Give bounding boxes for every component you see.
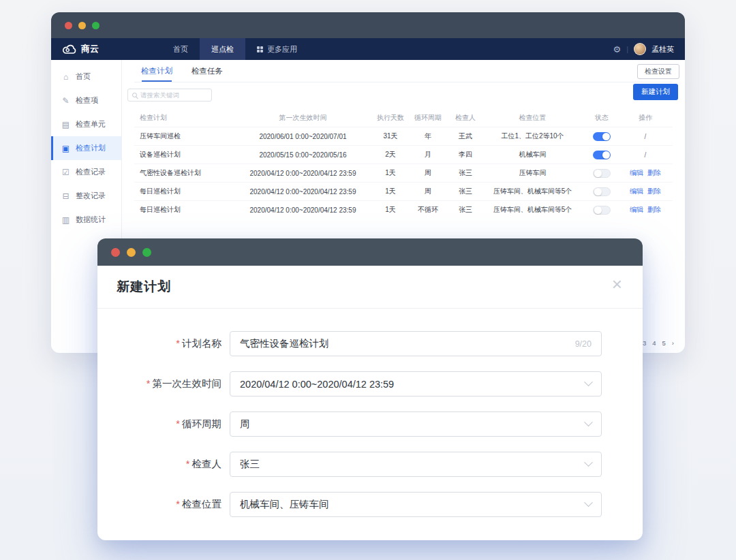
tab-inspection-plan[interactable]: 检查计划 — [141, 60, 172, 82]
stats-icon: ▥ — [61, 215, 70, 225]
unit-icon: ▤ — [61, 120, 70, 129]
form-field: *第一次生效时间2020/04/12 0:00~2020/04/12 23:59 — [97, 371, 643, 396]
select-input[interactable]: 周 — [230, 411, 602, 437]
sidebar-item[interactable]: ⊟整改记录 — [51, 184, 121, 208]
traffic-light-minimize-icon[interactable] — [78, 22, 86, 29]
table-cell: 压铸车间 — [483, 168, 582, 178]
field-text-input[interactable] — [240, 339, 568, 349]
traffic-light-minimize-icon[interactable] — [127, 248, 136, 257]
table-cell: 31天 — [373, 131, 408, 141]
delete-link[interactable]: 删除 — [647, 169, 661, 176]
traffic-light-zoom-icon[interactable] — [142, 248, 151, 257]
new-plan-modal-window: 新建计划 × *计划名称9/20*第一次生效时间2020/04/12 0:00~… — [97, 238, 643, 540]
nav-item[interactable]: 巡点检 — [200, 38, 245, 60]
edit-link[interactable]: 编辑 — [630, 206, 643, 213]
nav-item[interactable]: 更多应用 — [245, 38, 309, 60]
select-input[interactable]: 机械车间、压铸车间 — [230, 492, 602, 517]
field-label-text: 检查人 — [192, 458, 222, 469]
user-name[interactable]: 孟桂英 — [651, 44, 674, 55]
sidebar-item-label: 检查单元 — [76, 119, 106, 129]
table-cell-operations: 编辑删除 — [622, 187, 669, 196]
search-input[interactable] — [140, 91, 207, 99]
divider: | — [626, 45, 628, 53]
traffic-light-close-icon[interactable] — [111, 248, 120, 257]
edit-link[interactable]: 编辑 — [630, 187, 643, 195]
brand[interactable]: 商云 — [62, 43, 142, 55]
table-cell: 气密性设备巡检计划 — [134, 168, 233, 178]
table-cell: 2020/04/12 0:00~2020/04/12 23:59 — [233, 206, 373, 214]
tab-inspection-task[interactable]: 检查任务 — [191, 60, 223, 82]
close-icon[interactable]: × — [612, 275, 622, 293]
user-avatar[interactable] — [634, 43, 646, 55]
search-box — [127, 89, 212, 102]
inspection-settings-button[interactable]: 检查设置 — [637, 64, 679, 79]
sidebar-item[interactable]: ▥数据统计 — [51, 208, 121, 232]
edit-link[interactable]: 编辑 — [630, 169, 643, 176]
top-navbar: 商云 首页巡点检更多应用 ⚙ | 孟桂英 — [51, 38, 685, 60]
sidebar-item[interactable]: ⌂首页 — [51, 65, 121, 89]
col-header: 执行天数 — [373, 113, 408, 123]
status-toggle[interactable] — [593, 206, 611, 215]
delete-link[interactable]: 删除 — [647, 206, 661, 213]
table-cell-operations: 编辑删除 — [622, 168, 669, 178]
traffic-light-zoom-icon[interactable] — [92, 22, 99, 29]
table-cell: 不循环 — [408, 205, 448, 215]
form-field: *计划名称9/20 — [97, 331, 643, 356]
status-toggle[interactable] — [593, 187, 611, 196]
chevron-down-icon — [584, 418, 593, 426]
window-titlebar — [51, 12, 685, 38]
status-toggle[interactable] — [593, 132, 611, 141]
table-cell: 1天 — [373, 205, 408, 215]
table-cell: 2020/06/01 0:00~2020/07/01 — [233, 133, 373, 140]
table-cell: 张三 — [448, 187, 483, 196]
table-row: 设备巡检计划2020/05/15 0:00~2020/05/162天月李四机械车… — [134, 145, 673, 164]
sidebar-item[interactable]: ☑检查记录 — [51, 160, 121, 184]
table-cell: 周 — [408, 168, 448, 178]
table-cell: 工位1、工位2等10个 — [483, 131, 582, 141]
page-number[interactable]: 3 — [643, 339, 646, 347]
table-cell: 张三 — [448, 205, 483, 215]
edit-icon: ✎ — [61, 96, 70, 106]
table-cell: 压铸车间巡检 — [134, 131, 233, 141]
traffic-light-close-icon[interactable] — [65, 22, 72, 29]
col-header: 操作 — [622, 113, 669, 123]
tab-bar: 检查计划 检查任务 — [134, 60, 673, 82]
next-page-icon[interactable]: › — [672, 339, 674, 347]
apps-grid-icon — [257, 46, 263, 52]
page-number[interactable]: 5 — [662, 339, 666, 347]
status-toggle[interactable] — [593, 169, 611, 178]
select-input[interactable]: 2020/04/12 0:00~2020/04/12 23:59 — [230, 371, 602, 396]
sidebar-item[interactable]: ▣检查计划 — [51, 136, 121, 160]
table-cell: 张三 — [448, 168, 483, 178]
select-value: 张三 — [240, 458, 579, 471]
sidebar-item[interactable]: ▤检查单元 — [51, 112, 121, 136]
table-cell: 设备巡检计划 — [134, 150, 233, 159]
field-label-text: 检查位置 — [182, 499, 221, 510]
status-toggle[interactable] — [593, 151, 611, 159]
page-number[interactable]: 4 — [652, 339, 656, 347]
new-plan-button[interactable]: 新建计划 — [633, 84, 678, 100]
table-body: 压铸车间巡检2020/06/01 0:00~2020/07/0131天年王武工位… — [134, 127, 673, 219]
table-row: 压铸车间巡检2020/06/01 0:00~2020/07/0131天年王武工位… — [134, 127, 673, 145]
field-label-text: 第一次生效时间 — [153, 378, 222, 389]
sidebar-item-label: 检查记录 — [76, 167, 106, 177]
nav-item[interactable]: 首页 — [162, 38, 200, 60]
gear-icon[interactable]: ⚙ — [613, 44, 621, 55]
required-asterisk: * — [147, 378, 151, 389]
field-label: *检查位置 — [97, 498, 221, 511]
plan-name-input[interactable]: 9/20 — [230, 331, 602, 356]
select-value: 周 — [240, 418, 579, 431]
table-cell: 2020/04/12 0:00~2020/04/12 23:59 — [233, 188, 373, 196]
sidebar-item[interactable]: ✎检查项 — [51, 89, 121, 112]
table-cell-status — [582, 187, 622, 196]
delete-link[interactable]: 删除 — [647, 187, 661, 195]
field-label: *检查人 — [97, 458, 221, 471]
select-input[interactable]: 张三 — [230, 452, 602, 477]
sidebar-item-label: 首页 — [76, 72, 91, 82]
table-cell-operations: 编辑删除 — [622, 205, 669, 215]
nav-item-label: 首页 — [173, 44, 188, 55]
chevron-down-icon — [584, 498, 593, 507]
nav-item-label: 更多应用 — [267, 44, 297, 55]
col-header: 状态 — [582, 113, 622, 123]
table-cell-status — [582, 206, 622, 215]
